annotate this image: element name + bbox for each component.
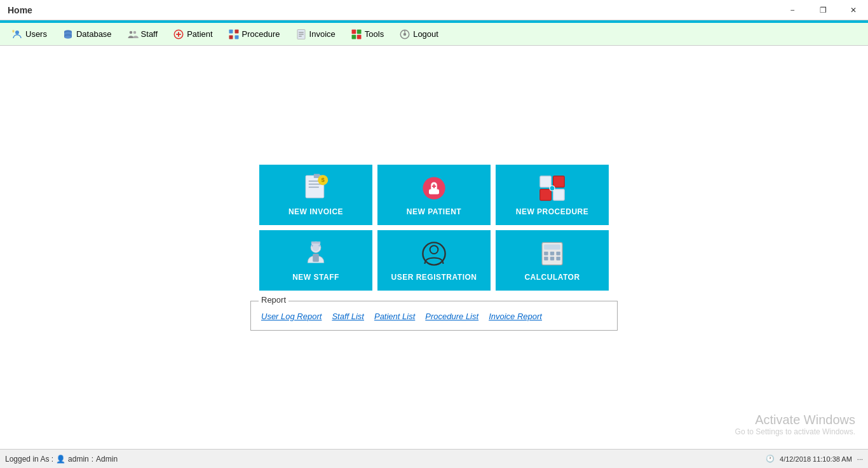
menu-item-tools[interactable]: Tools	[344, 26, 390, 43]
svg-point-53	[430, 245, 438, 254]
svg-rect-14	[229, 29, 233, 33]
procedure-list-link[interactable]: Procedure List	[425, 312, 478, 321]
svg-rect-17	[234, 35, 238, 39]
new-invoice-tile[interactable]: $ NEW INVOICE	[259, 165, 372, 225]
new-staff-tile[interactable]: NEW STAFF	[259, 230, 372, 291]
svg-rect-58	[556, 252, 560, 256]
logout-icon	[399, 29, 410, 40]
user-registration-icon	[419, 238, 449, 269]
svg-point-9	[129, 31, 132, 34]
new-procedure-tile[interactable]: NEW PROCEDURE	[496, 165, 609, 225]
menu-label-logout: Logout	[413, 29, 438, 39]
invoice-report-link[interactable]: Invoice Report	[489, 312, 542, 321]
calculator-label: CALCULATOR	[524, 273, 580, 282]
main-content: $ NEW INVOICE NEW PATIENT	[0, 46, 868, 449]
svg-rect-56	[544, 252, 548, 256]
report-section: Report User Log Report Staff List Patien…	[250, 301, 618, 331]
window-controls: − ❐ ✕	[778, 0, 868, 20]
status-role: Admin	[96, 455, 118, 464]
new-invoice-label: NEW INVOICE	[288, 207, 343, 216]
svg-rect-23	[357, 29, 362, 34]
new-patient-label: NEW PATIENT	[407, 207, 461, 216]
svg-rect-24	[351, 34, 356, 39]
users-icon	[11, 29, 23, 40]
calculator-tile[interactable]: CALCULATOR	[496, 230, 609, 291]
statusbar: Logged in As : 👤 admin : Admin 🕐 4/12/20…	[0, 449, 868, 468]
user-registration-label: USER REGISTRATION	[391, 273, 477, 282]
invoice-icon	[295, 29, 307, 40]
tile-row-2: NEW STAFF USER REGISTRATION	[259, 230, 609, 291]
clock-icon: 🕐	[766, 455, 775, 463]
menu-item-staff[interactable]: Staff	[121, 26, 165, 43]
new-patient-tile[interactable]: NEW PATIENT	[377, 165, 491, 225]
menu-item-logout[interactable]: Logout	[393, 26, 445, 43]
menu-label-invoice: Invoice	[309, 29, 336, 39]
svg-rect-61	[556, 257, 560, 261]
titlebar: Home − ❐ ✕	[0, 0, 868, 20]
svg-rect-41	[540, 176, 552, 188]
maximize-button[interactable]: ❐	[808, 0, 837, 20]
staff-icon	[127, 29, 139, 40]
svg-rect-55	[544, 245, 560, 250]
patient-icon	[173, 29, 184, 40]
menu-label-users: Users	[25, 29, 47, 39]
new-patient-icon	[419, 173, 449, 203]
patient-list-link[interactable]: Patient List	[374, 312, 415, 321]
svg-rect-16	[229, 35, 233, 39]
svg-rect-22	[351, 29, 356, 34]
status-separator: :	[92, 455, 93, 464]
system-tray-dots: ···	[857, 455, 863, 463]
svg-rect-51	[311, 242, 320, 244]
user-log-report-link[interactable]: User Log Report	[261, 312, 322, 321]
status-left: Logged in As : 👤 admin : Admin	[5, 455, 118, 464]
close-button[interactable]: ✕	[839, 0, 868, 20]
menu-item-procedure[interactable]: Procedure	[222, 26, 287, 43]
status-datetime: 4/12/2018 11:10:38 AM	[780, 455, 852, 463]
svg-rect-43	[540, 189, 552, 201]
svg-rect-59	[544, 257, 548, 261]
menu-label-database: Database	[76, 29, 112, 39]
svg-rect-1	[13, 30, 15, 32]
new-invoice-icon: $	[301, 173, 331, 203]
menu-item-invoice[interactable]: Invoice	[289, 26, 342, 43]
status-right: 🕐 4/12/2018 11:10:38 AM ···	[766, 455, 863, 463]
logged-in-prefix: Logged in As :	[5, 455, 53, 464]
svg-point-10	[133, 31, 136, 34]
svg-rect-49	[313, 254, 319, 262]
svg-rect-57	[550, 252, 554, 256]
svg-rect-60	[550, 257, 554, 261]
svg-rect-44	[553, 189, 565, 201]
app-title: Home	[5, 5, 32, 15]
svg-point-27	[403, 32, 407, 36]
menu-label-tools: Tools	[365, 29, 384, 39]
calculator-icon	[537, 238, 567, 269]
dashboard: $ NEW INVOICE NEW PATIENT	[250, 165, 618, 331]
report-links: User Log Report Staff List Patient List …	[261, 312, 607, 321]
new-procedure-icon	[537, 173, 567, 203]
tools-icon	[351, 29, 362, 40]
user-registration-tile[interactable]: USER REGISTRATION	[377, 230, 491, 291]
menu-item-database[interactable]: Database	[56, 26, 118, 43]
menubar: Users Database Staff Patient Procedure I…	[0, 23, 868, 46]
menu-item-patient[interactable]: Patient	[166, 26, 219, 43]
menu-label-patient: Patient	[187, 29, 212, 39]
procedure-icon	[228, 29, 240, 40]
status-username: admin	[68, 455, 89, 464]
new-procedure-label: NEW PROCEDURE	[516, 207, 589, 216]
svg-point-0	[15, 31, 19, 34]
svg-rect-15	[234, 29, 238, 33]
staff-list-link[interactable]: Staff List	[332, 312, 364, 321]
menu-label-staff: Staff	[141, 29, 158, 39]
user-status-icon: 👤	[56, 455, 65, 464]
svg-rect-38	[429, 189, 439, 195]
svg-point-45	[550, 186, 555, 191]
svg-rect-25	[357, 34, 362, 39]
database-icon	[62, 29, 74, 40]
new-staff-label: NEW STAFF	[292, 273, 339, 282]
new-staff-icon	[301, 238, 331, 269]
minimize-button[interactable]: −	[778, 0, 807, 20]
menu-item-users[interactable]: Users	[5, 26, 53, 43]
report-legend: Report	[259, 295, 288, 305]
svg-point-8	[64, 36, 72, 39]
svg-text:$: $	[322, 176, 325, 183]
